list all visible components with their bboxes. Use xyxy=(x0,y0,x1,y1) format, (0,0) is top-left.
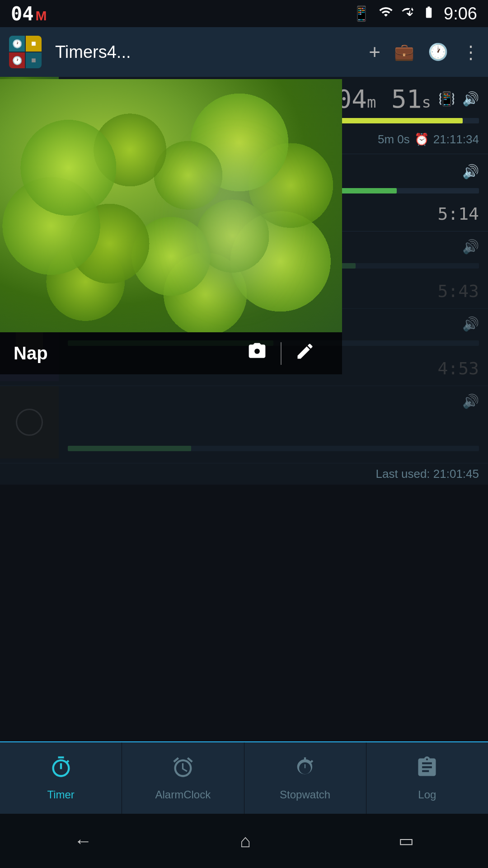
back-button[interactable]: ← xyxy=(74,831,92,851)
sound-icon-nap: 🔊 xyxy=(462,164,479,179)
overlay-caption-text: Nap xyxy=(14,343,234,363)
camera-button[interactable] xyxy=(234,341,281,365)
last-used-text: Last used: 21:01:45 xyxy=(376,467,479,481)
nav-icon-timer xyxy=(49,755,73,784)
briefcase-icon[interactable]: 💼 xyxy=(394,42,414,61)
timer-duration-0: 5m 0s xyxy=(378,132,410,146)
icon-cell-tl: 🕐 xyxy=(9,36,25,52)
other-row-2: 🔊 xyxy=(0,386,488,463)
toolbar-icons: + 💼 🕐 ⋮ xyxy=(369,41,479,63)
time-left: 04 xyxy=(11,3,34,25)
nav-icon-stopwatch xyxy=(293,755,317,784)
battery-icon xyxy=(422,5,436,22)
nav-icon-alarmclock xyxy=(171,755,195,784)
nav-icon-log xyxy=(415,755,439,784)
nav-label-log: Log xyxy=(418,788,436,801)
overlay-image xyxy=(0,79,342,332)
edit-button[interactable] xyxy=(282,341,328,365)
overlay-caption: Nap xyxy=(0,332,342,374)
other-time-0: 5:43 xyxy=(437,281,479,301)
image-overlay[interactable]: Nap xyxy=(0,79,342,374)
vibrate-icon-0: 📳 xyxy=(438,91,455,107)
icon-cell-br: ■ xyxy=(26,52,42,68)
nav-item-timer[interactable]: Timer xyxy=(0,742,122,814)
sound-icon-other-1: 🔊 xyxy=(462,316,479,332)
sound-icon-other-0: 🔊 xyxy=(462,239,479,255)
other-thumb-2 xyxy=(0,386,59,463)
home-button[interactable]: ⌂ xyxy=(240,831,251,851)
bottom-nav: Timer AlarmClock Stopwatch Log xyxy=(0,741,488,814)
rotate-icon: 📱 xyxy=(352,5,371,22)
clock-icon[interactable]: 🕐 xyxy=(428,42,448,61)
timer-digits-0: 04m 51s xyxy=(336,84,431,113)
alarm-icon-0: ⏰ xyxy=(414,132,429,146)
nav-label-alarmclock: AlarmClock xyxy=(155,788,211,801)
nav-label-timer: Timer xyxy=(47,788,74,801)
more-icon[interactable]: ⋮ xyxy=(462,42,479,62)
alarm-time-0: 21:11:34 xyxy=(433,132,479,146)
clock-time: 9:06 xyxy=(444,4,477,24)
other-info-2: 🔊 xyxy=(59,386,488,463)
nav-label-stopwatch: Stopwatch xyxy=(280,788,330,801)
nav-item-stopwatch[interactable]: Stopwatch xyxy=(244,742,366,814)
app-icon: 🕐 ■ 🕐 ■ xyxy=(9,36,42,68)
nav-item-log[interactable]: Log xyxy=(366,742,488,814)
other-time-1: 4:53 xyxy=(437,359,479,378)
app-title: Timers4... xyxy=(51,42,360,62)
app-bar: 🕐 ■ 🕐 ■ Timers4... + 💼 🕐 ⋮ xyxy=(0,27,488,77)
recents-button[interactable]: ▭ xyxy=(399,831,414,850)
icon-cell-tr: ■ xyxy=(26,36,42,52)
sound-icon-other-2: 🔊 xyxy=(462,393,479,409)
add-button[interactable]: + xyxy=(369,41,380,63)
last-used-bar: Last used: 21:01:45 xyxy=(0,463,488,485)
sound-icon-0: 🔊 xyxy=(462,91,479,107)
nap-time-display: 5:14 xyxy=(437,204,479,224)
signal-icon xyxy=(401,5,414,22)
m-letter: M xyxy=(36,8,47,24)
icon-cell-bl: 🕐 xyxy=(9,52,25,68)
wifi-icon xyxy=(379,5,393,23)
status-bar: 04 M 📱 9:06 xyxy=(0,0,488,27)
overlay-caption-icons xyxy=(234,341,328,365)
nav-item-alarmclock[interactable]: AlarmClock xyxy=(122,742,244,814)
sys-nav: ← ⌂ ▭ xyxy=(0,814,488,868)
